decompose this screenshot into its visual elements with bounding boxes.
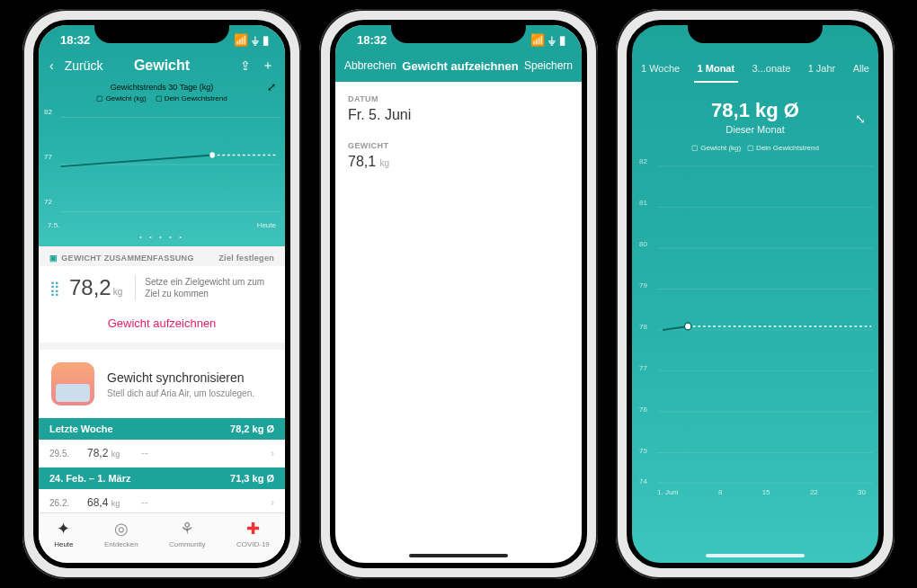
average-value: 78,1 kg Ø: [632, 99, 878, 122]
share-icon[interactable]: ⇪: [240, 58, 251, 73]
phone-gewicht: 18:32 📶 ⏚ ▮ ‹ Zurück Gewicht ⇪ ＋: [22, 9, 301, 579]
month-chart[interactable]: 82 81 80 79 78 77 76 75 74: [632, 156, 878, 488]
fitbit-icon: ✦: [54, 519, 73, 539]
range-tabs: 1 Woche 1 Monat 3...onate 1 Jahr Alle: [632, 54, 878, 83]
tab-3months[interactable]: 3...onate: [749, 59, 795, 83]
people-icon: ⚘: [169, 519, 205, 539]
weight-label: GEWICHT: [335, 129, 582, 154]
weight-field[interactable]: 78,1 kg: [335, 154, 582, 175]
tab-1year[interactable]: 1 Jahr: [805, 59, 840, 83]
expand-icon[interactable]: ⤢: [267, 81, 276, 94]
x-axis-labels: 1. Juni 8 15 22 30: [632, 488, 878, 502]
status-bar: 18:32 📶⏚▮: [335, 25, 582, 54]
phone-full-chart: 1 Woche 1 Monat 3...onate 1 Jahr Alle 78…: [616, 9, 895, 579]
table-row[interactable]: 29.5. 78,2 kg -- ›: [39, 440, 285, 468]
clock: 18:32: [357, 33, 387, 47]
tab-all[interactable]: Alle: [850, 59, 873, 83]
page-title: Gewicht aufzeichnen: [402, 59, 518, 73]
chart-header: Gewichtstrends 30 Tage (kg) ▢ Gewicht (k…: [39, 81, 285, 104]
cancel-button[interactable]: Abbrechen: [344, 59, 396, 73]
date-label: DATUM: [335, 82, 582, 107]
weight-trend-chart[interactable]: 82 77 72: [39, 104, 285, 221]
tab-today[interactable]: ✦Heute: [54, 519, 73, 563]
set-goal-link[interactable]: Ziel festlegen: [218, 254, 274, 263]
phone-log-weight: 18:32 📶⏚▮ Abbrechen Gewicht aufzeichnen …: [319, 9, 598, 579]
status-bar: [632, 25, 878, 54]
medical-icon: ✚: [236, 519, 270, 539]
add-icon[interactable]: ＋: [262, 58, 274, 74]
log-weight-button[interactable]: Gewicht aufzeichnen: [39, 309, 285, 343]
tab-covid[interactable]: ✚COVID-19: [236, 519, 270, 563]
chevron-left-icon: ‹: [49, 58, 54, 73]
range-label: Dieser Monat: [632, 124, 878, 135]
home-indicator[interactable]: [706, 554, 805, 557]
save-button[interactable]: Speichern: [524, 59, 573, 73]
signal-icon: 📶: [234, 33, 248, 47]
scale-icon: ▣: [49, 254, 58, 263]
svg-point-13: [684, 323, 690, 330]
aria-scale-icon: [51, 362, 94, 405]
chevron-right-icon: ›: [271, 496, 274, 509]
tab-1week[interactable]: 1 Woche: [637, 59, 683, 83]
home-indicator[interactable]: [409, 554, 508, 557]
status-icons: 📶 ⏚ ▮: [234, 33, 269, 47]
clock: 18:32: [60, 33, 90, 47]
sync-card[interactable]: Gewicht synchronisieren Stell dich auf A…: [39, 350, 285, 418]
week-band: 24. Feb. – 1. März 71,3 kg Ø: [39, 468, 285, 489]
week-band: Letzte Woche 78,2 kg Ø: [39, 418, 285, 440]
tab-community[interactable]: ⚘Community: [169, 519, 205, 563]
wifi-icon: ⏚: [548, 33, 556, 47]
compass-icon: ◎: [104, 519, 138, 539]
page-title: Gewicht: [134, 58, 190, 74]
battery-icon: ▮: [559, 33, 565, 47]
signal-icon: 📶: [530, 33, 545, 47]
status-icons: 📶⏚▮: [530, 33, 565, 47]
trend-dots-icon: ⣿: [49, 280, 60, 297]
weight-summary: ⣿ 78,2kg Setze ein Zielgewicht um zum Zi…: [39, 266, 285, 309]
tab-bar: ✦Heute ◎Entdecken ⚘Community ✚COVID-19: [39, 512, 285, 563]
tab-discover[interactable]: ◎Entdecken: [104, 519, 138, 563]
status-bar: 18:32 📶 ⏚ ▮: [39, 25, 285, 54]
back-button[interactable]: ‹ Zurück: [49, 58, 103, 73]
wifi-icon: ⏚: [252, 33, 259, 47]
battery-icon: ▮: [263, 33, 269, 47]
svg-point-3: [209, 152, 215, 157]
date-field[interactable]: Fr. 5. Juni: [335, 107, 582, 129]
chevron-right-icon: ›: [271, 447, 274, 459]
tab-1month[interactable]: 1 Monat: [694, 59, 739, 83]
page-dots[interactable]: • • • • •: [39, 233, 285, 246]
